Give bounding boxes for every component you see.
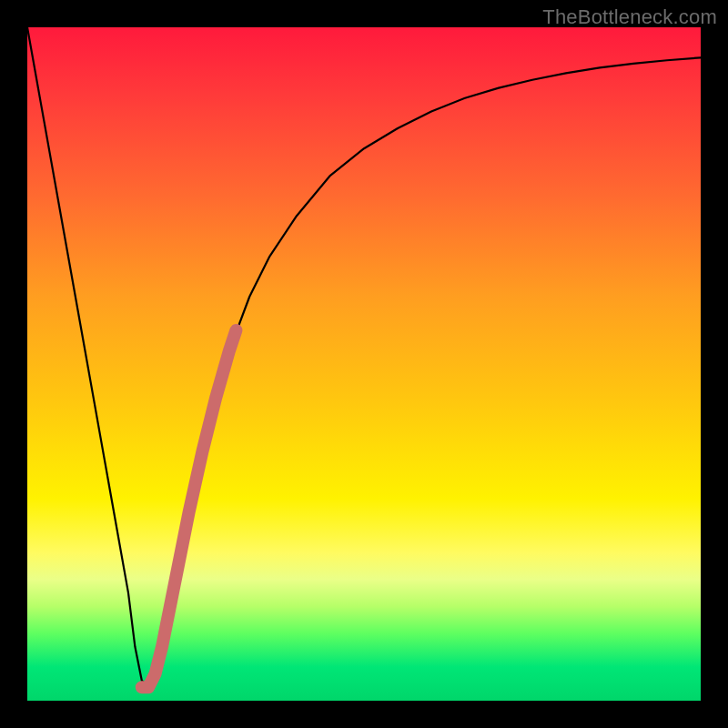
- chart-svg: [27, 27, 701, 701]
- bottleneck-curve: [27, 27, 701, 687]
- plot-area: [27, 27, 701, 701]
- overlay-segment: [142, 330, 237, 687]
- watermark-text: TheBottleneck.com: [542, 5, 717, 29]
- chart-stage: TheBottleneck.com: [0, 0, 728, 728]
